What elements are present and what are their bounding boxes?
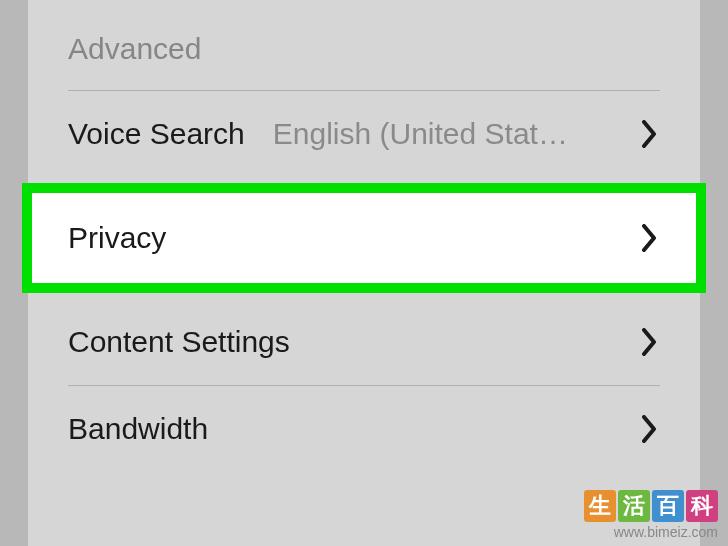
privacy-label: Privacy — [68, 221, 166, 255]
list-item-bandwidth[interactable]: Bandwidth — [28, 386, 700, 472]
watermark-char: 科 — [686, 490, 718, 522]
list-item-voice-search[interactable]: Voice Search English (United Stat… — [28, 91, 700, 177]
content-settings-label: Content Settings — [68, 325, 290, 359]
chevron-right-icon — [640, 413, 660, 445]
chevron-right-icon — [640, 222, 660, 254]
watermark-logo: 生 活 百 科 — [584, 490, 718, 522]
voice-search-label: Voice Search — [68, 117, 245, 151]
list-item-content-settings[interactable]: Content Settings — [28, 299, 700, 385]
bandwidth-label: Bandwidth — [68, 412, 208, 446]
highlighted-row: Privacy — [28, 183, 700, 293]
settings-panel: Advanced Voice Search English (United St… — [28, 0, 700, 546]
watermark-url: www.bimeiz.com — [584, 524, 718, 540]
chevron-right-icon — [640, 118, 660, 150]
watermark: 生 活 百 科 www.bimeiz.com — [584, 490, 718, 540]
watermark-char: 活 — [618, 490, 650, 522]
list-item-privacy[interactable]: Privacy — [28, 183, 700, 293]
section-header-advanced: Advanced — [28, 0, 700, 90]
watermark-char: 生 — [584, 490, 616, 522]
voice-search-value: English (United Stat… — [273, 117, 640, 151]
chevron-right-icon — [640, 326, 660, 358]
watermark-char: 百 — [652, 490, 684, 522]
